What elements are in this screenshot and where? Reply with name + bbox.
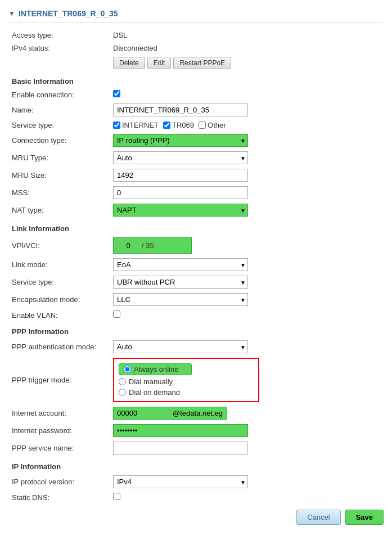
ip-info-section-row: IP Information	[8, 457, 384, 473]
always-online-option[interactable]: Always online	[119, 362, 254, 376]
always-online-label: Always online	[134, 365, 179, 374]
restart-pppoe-button[interactable]: Restart PPPoE	[173, 57, 231, 69]
link-mode-row: Link mode: EoA	[8, 256, 384, 273]
vpi-vci-sep: / 35	[142, 241, 154, 250]
always-online-radio[interactable]	[124, 366, 131, 373]
ppp-trigger-box: Always online Dial manually Dial on dema…	[113, 358, 259, 402]
name-label: Name:	[8, 101, 110, 119]
dial-on-demand-radio[interactable]	[119, 389, 126, 396]
ip-protocol-row: IP protocol version: IPv4	[8, 473, 384, 490]
enable-vlan-row: Enable VLAN:	[8, 308, 384, 322]
link-info-header: Link Information	[8, 219, 384, 235]
mru-type-row: MRU Type: Auto	[8, 149, 384, 166]
page-title: ▼ INTERNET_TR069_R_0_35	[8, 6, 384, 23]
link-service-type-label: Service type:	[8, 273, 110, 291]
service-other-option[interactable]: Other	[199, 121, 226, 129]
internet-password-label: Internet password:	[8, 422, 110, 439]
enable-vlan-checkbox[interactable]	[113, 310, 120, 318]
access-type-row: Access type: DSL	[8, 29, 384, 42]
service-internet-label: INTERNET	[122, 121, 159, 129]
action-buttons-row: Delete Edit Restart PPPoE	[8, 55, 384, 71]
name-row: Name:	[8, 101, 384, 119]
dial-manually-radio[interactable]	[119, 378, 126, 385]
internet-account-domain: @tedata.net.eg	[169, 407, 227, 420]
mru-type-wrapper: Auto	[113, 151, 248, 164]
link-info-section-row: Link Information	[8, 219, 384, 235]
vpi-vci-container: / 35	[113, 237, 192, 254]
nat-type-wrapper: NAPT	[113, 204, 248, 217]
access-type-value: DSL	[110, 29, 384, 42]
static-dns-checkbox[interactable]	[113, 493, 120, 500]
account-row: @tedata.net.eg	[113, 407, 380, 420]
nat-type-select[interactable]: NAPT	[113, 204, 248, 217]
link-mode-select[interactable]: EoA	[113, 258, 248, 271]
delete-button[interactable]: Delete	[113, 57, 145, 69]
ppp-auth-mode-label: PPP authentication mode:	[8, 338, 110, 356]
edit-button[interactable]: Edit	[147, 57, 172, 69]
link-service-type-wrapper: UBR without PCR	[113, 276, 248, 289]
link-service-type-row: Service type: UBR without PCR	[8, 273, 384, 291]
mru-type-select[interactable]: Auto	[113, 151, 248, 164]
internet-account-label: Internet account:	[8, 404, 110, 422]
page-title-text: INTERNET_TR069_R_0_35	[19, 9, 118, 18]
cancel-button[interactable]: Cancel	[296, 510, 340, 525]
dial-manually-option[interactable]: Dial manually	[119, 376, 254, 387]
form-table: Access type: DSL IPv4 status: Disconnect…	[8, 29, 384, 504]
internet-account-input[interactable]	[113, 407, 169, 420]
ip-info-header: IP Information	[8, 457, 384, 473]
encapsulation-row: Encapsulation mode: LLC	[8, 291, 384, 308]
service-other-checkbox[interactable]	[199, 122, 206, 129]
dial-on-demand-option[interactable]: Dial on demand	[119, 387, 254, 398]
internet-password-input[interactable]	[113, 424, 248, 437]
ipv4-status-row: IPv4 status: Disconnected	[8, 42, 384, 55]
encapsulation-select[interactable]: LLC	[113, 293, 248, 306]
connection-type-label: Connection type:	[8, 132, 110, 149]
static-dns-label: Static DNS:	[8, 490, 110, 504]
encapsulation-label: Encapsulation mode:	[8, 291, 110, 308]
vpi-input[interactable]	[117, 240, 139, 251]
save-button[interactable]: Save	[345, 510, 384, 525]
ppp-service-name-input[interactable]	[113, 442, 248, 454]
action-buttons-group: Delete Edit Restart PPPoE	[113, 57, 380, 69]
ppp-info-header: PPP Information	[8, 322, 384, 338]
connection-type-row: Connection type: IP routing (PPP)	[8, 132, 384, 149]
ppp-auth-mode-row: PPP authentication mode: Auto	[8, 338, 384, 356]
vpi-vci-label: VPI/VCI:	[8, 235, 110, 256]
collapse-icon[interactable]: ▼	[8, 10, 15, 17]
mru-type-label: MRU Type:	[8, 149, 110, 166]
nat-type-row: NAT type: NAPT	[8, 201, 384, 219]
mss-row: MSS:	[8, 184, 384, 201]
service-type-options: INTERNET TR069 Other	[113, 121, 380, 129]
connection-type-wrapper: IP routing (PPP)	[113, 134, 248, 147]
ppp-auth-mode-select[interactable]: Auto	[113, 340, 248, 353]
service-tr069-option[interactable]: TR069	[163, 121, 194, 129]
dial-manually-label: Dial manually	[129, 377, 173, 386]
ipv4-status-label: IPv4 status:	[8, 42, 110, 55]
internet-password-row: Internet password:	[8, 422, 384, 439]
link-service-type-select[interactable]: UBR without PCR	[113, 276, 248, 289]
basic-info-header: Basic Information	[8, 71, 384, 88]
ppp-service-name-label: PPP service name:	[8, 439, 110, 457]
mru-size-input[interactable]	[113, 169, 248, 182]
ip-protocol-select[interactable]: IPv4	[113, 475, 248, 488]
connection-type-select[interactable]: IP routing (PPP)	[113, 134, 248, 147]
name-input[interactable]	[113, 104, 248, 116]
enable-connection-checkbox[interactable]	[113, 90, 120, 97]
service-internet-checkbox[interactable]	[113, 122, 120, 129]
ppp-trigger-mode-label: PPP trigger mode:	[8, 356, 110, 404]
ip-protocol-label: IP protocol version:	[8, 473, 110, 490]
service-internet-option[interactable]: INTERNET	[113, 121, 159, 129]
static-dns-row: Static DNS:	[8, 490, 384, 504]
dial-on-demand-label: Dial on demand	[129, 388, 180, 397]
mss-label: MSS:	[8, 184, 110, 201]
vpi-vci-row: VPI/VCI: / 35	[8, 235, 384, 256]
internet-account-row: Internet account: @tedata.net.eg	[8, 404, 384, 422]
encapsulation-wrapper: LLC	[113, 293, 248, 306]
ppp-auth-mode-wrapper: Auto	[113, 340, 248, 353]
ip-protocol-wrapper: IPv4	[113, 475, 248, 488]
service-tr069-checkbox[interactable]	[163, 122, 170, 129]
page-container: ▼ INTERNET_TR069_R_0_35 Access type: DSL…	[0, 0, 392, 540]
ppp-trigger-mode-row: PPP trigger mode: Always online Dial man…	[8, 356, 384, 404]
mss-input[interactable]	[113, 186, 248, 199]
footer-buttons: Cancel Save	[8, 504, 384, 530]
